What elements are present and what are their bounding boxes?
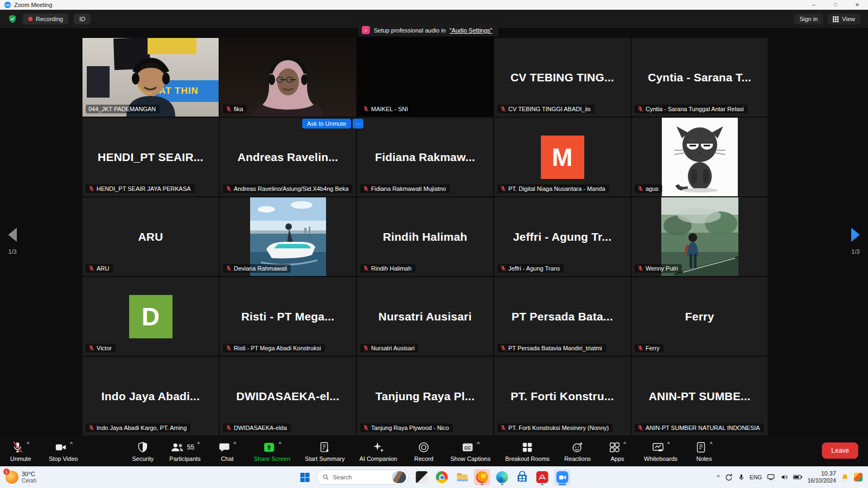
participant-tile[interactable]: DVictor: [82, 277, 219, 356]
tray-mic-icon[interactable]: [738, 473, 745, 481]
participant-tile[interactable]: MAIKEL - SNI: [357, 38, 493, 117]
toolbar-ai-companion-button[interactable]: AI Companion: [359, 440, 397, 462]
running-indicator: [481, 484, 483, 485]
muted-mic-icon: [500, 345, 506, 351]
toolbar-security-button[interactable]: Security: [131, 440, 155, 462]
participant-tile[interactable]: AT THIN044_JKT PADEMANGAN: [82, 38, 219, 117]
participant-tile[interactable]: fika: [220, 38, 356, 117]
firefox-icon[interactable]: [474, 469, 490, 485]
toolbar-reactions-button[interactable]: Reactions: [564, 440, 591, 462]
tray-display-icon[interactable]: [767, 473, 775, 481]
participant-display-name: CV TEBING TING...: [505, 71, 620, 84]
tray-clock[interactable]: 10.37 16/10/2024: [807, 470, 836, 485]
tray-speaker-icon[interactable]: [780, 473, 788, 481]
participant-tile[interactable]: Nursatri AusisariNursatri Ausisari: [357, 277, 493, 356]
participant-tile[interactable]: FerryFerry: [631, 277, 768, 356]
toolbar-show-captions-button[interactable]: CC^Show Captions: [450, 440, 490, 462]
participant-name-label: Nursatri Ausisari: [371, 345, 414, 351]
zoom-app-icon[interactable]: [554, 469, 571, 485]
participant-tile[interactable]: Deviana Rahmawati: [220, 197, 356, 276]
photos-app-icon[interactable]: [414, 469, 430, 485]
file-explorer-icon[interactable]: [454, 469, 470, 485]
acrobat-icon[interactable]: [534, 469, 551, 485]
participant-tile[interactable]: Rindih HalimahRindih Halimah: [357, 197, 493, 276]
apps-icon: [609, 441, 621, 453]
participant-tile[interactable]: CV TEBING TING...CV TEBING TINGGI ABADI_…: [494, 38, 630, 117]
gallery-prev-page[interactable]: 1/3: [4, 228, 21, 255]
toolbar-apps-button[interactable]: ^Apps: [605, 440, 629, 462]
tray-battery-icon[interactable]: [793, 474, 802, 480]
chrome-icon[interactable]: [434, 469, 450, 485]
edge-icon[interactable]: [494, 469, 510, 485]
store-icon[interactable]: [514, 469, 531, 485]
participant-name-badge: Indo Jaya Abadi Kargo, PT. Aming: [86, 423, 190, 432]
participant-tile[interactable]: Cyntia - Sarana T...Cyntia - Sarana Tung…: [631, 38, 768, 117]
toolbar-unmute-button[interactable]: ^Unmute: [9, 440, 33, 462]
sign-in-button[interactable]: Sign in: [794, 14, 824, 24]
toolbar-share-screen-button[interactable]: ^Share Screen: [254, 440, 290, 462]
chevron-up-icon[interactable]: ^: [233, 441, 236, 446]
chevron-up-icon[interactable]: ^: [477, 441, 480, 446]
chevron-up-icon[interactable]: ^: [278, 441, 281, 446]
chevron-up-icon[interactable]: ^: [710, 441, 712, 446]
gallery-next-page[interactable]: 1/3: [847, 228, 864, 255]
more-options-icon[interactable]: ···: [353, 119, 363, 129]
taskbar-weather-widget[interactable]: 1 30°C Cerah: [5, 471, 36, 484]
search-daily-image: [392, 471, 406, 483]
participant-tile[interactable]: Tanjung Raya Pl...Tanjung Raya Plywood -…: [357, 357, 493, 435]
muted-mic-icon: [226, 265, 232, 272]
ask-to-unmute-button[interactable]: Ask to Unmute: [302, 119, 351, 129]
chevron-up-icon[interactable]: ^: [27, 441, 29, 446]
participant-tile[interactable]: ANIN-PT SUMBE...ANIN-PT SUMBER NATURAL I…: [631, 357, 768, 435]
participant-tile[interactable]: Fidiana Rakmaw...Fidiana Rakmawati Mujia…: [357, 118, 493, 196]
participant-tile[interactable]: HENDI_PT SEAIR...HENDI_PT SEAIR JAYA PER…: [82, 118, 219, 196]
participant-tile[interactable]: Andreas Ravelin...Andreas Ravelino/Asiun…: [220, 118, 356, 196]
leave-button[interactable]: Leave: [822, 442, 858, 459]
close-icon[interactable]: ✕: [846, 0, 868, 10]
meeting-id-button[interactable]: ID: [74, 14, 91, 24]
video-gallery-stage: AT THIN044_JKT PADEMANGANfikaMAIKEL - SN…: [0, 28, 868, 435]
summary-icon: [319, 441, 330, 453]
participant-tile[interactable]: agus: [631, 118, 768, 196]
participant-tile[interactable]: MPT. Digital Niaga Nusantara - Manda: [494, 118, 630, 196]
muted-mic-icon: [363, 106, 369, 112]
participant-tile[interactable]: DWIDASAEKA-el...DWIDASAEKA-elda: [220, 357, 356, 435]
view-button[interactable]: View: [827, 14, 860, 24]
tray-sync-icon[interactable]: [725, 473, 733, 481]
encryption-shield-icon[interactable]: [8, 14, 17, 24]
recording-indicator[interactable]: Recording: [23, 14, 68, 24]
participant-name-label: Victor: [97, 345, 112, 351]
chat-icon: [218, 441, 231, 453]
tray-language-label[interactable]: ENG: [750, 474, 762, 480]
minimize-icon[interactable]: ─: [803, 0, 825, 10]
chevron-up-icon[interactable]: ^: [623, 441, 626, 446]
chevron-up-icon[interactable]: ^: [667, 441, 670, 446]
maximize-icon[interactable]: □: [825, 0, 846, 10]
chevron-up-icon[interactable]: ^: [197, 441, 200, 446]
tray-chevron-up-icon[interactable]: ^: [717, 474, 720, 480]
tray-color-app-icon[interactable]: [854, 473, 863, 481]
toolbar-start-summary-button[interactable]: Start Summary: [305, 440, 344, 462]
chevron-left-icon: [8, 228, 17, 242]
taskbar-search[interactable]: Search: [317, 470, 409, 485]
participant-tile[interactable]: Risti - PT Mega...Risti - PT Mega Abadi …: [220, 277, 356, 356]
tray-notification-bell-icon[interactable]: [841, 473, 849, 481]
start-button[interactable]: [298, 470, 312, 484]
participant-tile[interactable]: Jeffri - Agung Tr...Jeffri - Agung Trans: [494, 197, 630, 276]
audio-settings-link[interactable]: "Audio Settings": [450, 27, 493, 34]
participant-tile[interactable]: PT Persada Bata...PT Persada Batavia Man…: [494, 277, 630, 356]
participant-tile[interactable]: Wenny Putri: [631, 197, 768, 276]
muted-mic-icon: [500, 425, 506, 431]
participant-tile[interactable]: ARUARU: [82, 197, 219, 276]
toolbar-record-button[interactable]: Record: [412, 440, 436, 462]
toolbar-whiteboards-button[interactable]: ^Whiteboards: [644, 440, 678, 462]
participant-tile[interactable]: Indo Jaya Abadi...Indo Jaya Abadi Kargo,…: [82, 357, 219, 435]
toolbar-stop-video-button[interactable]: ^Stop Video: [49, 440, 78, 462]
toolbar-participants-button[interactable]: 55^Participants: [169, 440, 200, 462]
toolbar-breakout-rooms-button[interactable]: Breakout Rooms: [505, 440, 550, 462]
participant-tile[interactable]: PT. Forti Konstru...PT. Forti Konstruksi…: [494, 357, 630, 435]
toolbar-notes-button[interactable]: ^Notes: [692, 440, 716, 462]
toolbar-chat-button[interactable]: ^Chat: [215, 440, 239, 462]
chevron-up-icon[interactable]: ^: [70, 441, 73, 446]
toolbar-item-label: Show Captions: [450, 455, 490, 462]
